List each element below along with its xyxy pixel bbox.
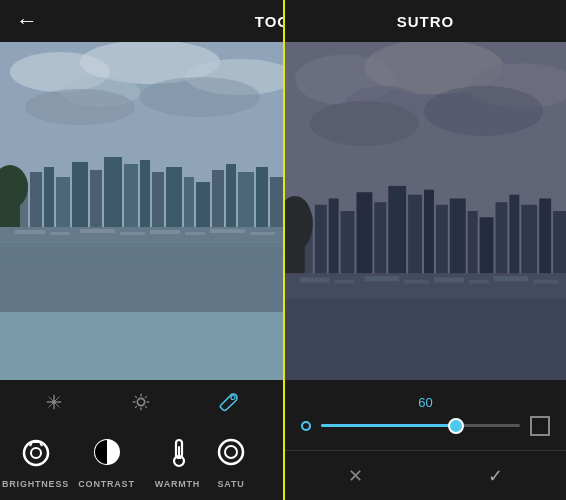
main-content: BRIGHTNESS CONTRAST bbox=[0, 42, 566, 500]
svg-rect-99 bbox=[434, 277, 464, 282]
back-button[interactable]: ← bbox=[16, 8, 76, 34]
svg-rect-16 bbox=[152, 172, 164, 227]
svg-point-47 bbox=[138, 398, 145, 405]
slider-min-endpoint bbox=[301, 421, 311, 431]
svg-rect-19 bbox=[196, 182, 210, 227]
svg-rect-29 bbox=[15, 230, 45, 234]
brightness-adjust-item[interactable]: BRIGHTNESS bbox=[0, 428, 71, 497]
svg-point-26 bbox=[0, 165, 28, 209]
contrast-icon bbox=[91, 436, 123, 475]
slider-thumb[interactable] bbox=[448, 418, 464, 434]
slider-track[interactable] bbox=[321, 424, 520, 427]
svg-rect-13 bbox=[104, 157, 122, 227]
svg-rect-32 bbox=[120, 232, 145, 235]
adjust-items-row: BRIGHTNESS CONTRAST bbox=[0, 424, 283, 500]
svg-rect-22 bbox=[238, 172, 254, 227]
top-bar: ← TOOLS NEXT SUTRO bbox=[0, 0, 566, 42]
svg-rect-15 bbox=[140, 160, 150, 227]
filtered-image bbox=[285, 42, 566, 380]
slider-row bbox=[301, 416, 550, 436]
svg-rect-62 bbox=[178, 446, 180, 458]
svg-rect-30 bbox=[50, 232, 70, 235]
svg-rect-20 bbox=[212, 170, 224, 227]
svg-rect-21 bbox=[226, 164, 236, 227]
svg-rect-95 bbox=[300, 277, 330, 282]
svg-line-55 bbox=[136, 406, 138, 408]
warmth-adjust-item[interactable]: WARMTH bbox=[142, 428, 213, 497]
svg-rect-36 bbox=[250, 232, 275, 235]
filter-panel-header: SUTRO bbox=[283, 0, 566, 42]
svg-point-6 bbox=[140, 77, 260, 117]
svg-rect-9 bbox=[44, 167, 54, 227]
svg-line-52 bbox=[136, 396, 138, 398]
svg-point-2 bbox=[80, 42, 220, 84]
svg-rect-7 bbox=[20, 182, 28, 227]
brightness-tool[interactable] bbox=[121, 382, 161, 422]
saturation-adjust-item[interactable]: SATU bbox=[213, 428, 249, 497]
confirm-row: ✕ ✓ bbox=[285, 450, 566, 500]
svg-rect-17 bbox=[166, 167, 182, 227]
saturation-label: SATU bbox=[217, 479, 244, 489]
svg-rect-31 bbox=[80, 229, 115, 233]
svg-rect-102 bbox=[533, 280, 558, 284]
svg-point-64 bbox=[225, 446, 237, 458]
svg-point-56 bbox=[231, 396, 235, 400]
svg-rect-33 bbox=[150, 230, 180, 234]
svg-rect-14 bbox=[124, 164, 138, 227]
svg-rect-23 bbox=[256, 167, 268, 227]
svg-rect-18 bbox=[184, 177, 194, 227]
thermometer-icon bbox=[162, 436, 194, 475]
svg-rect-0 bbox=[0, 42, 283, 312]
back-arrow-icon[interactable]: ← bbox=[16, 8, 38, 33]
slider-max-indicator bbox=[530, 416, 550, 436]
filter-title: SUTRO bbox=[397, 13, 455, 30]
svg-rect-11 bbox=[72, 162, 88, 227]
slider-area: 60 bbox=[285, 380, 566, 450]
svg-point-3 bbox=[185, 59, 283, 95]
cancel-button[interactable]: ✕ bbox=[330, 456, 380, 496]
camera-icon bbox=[20, 436, 52, 475]
brightness-label: BRIGHTNESS bbox=[2, 479, 69, 489]
svg-rect-10 bbox=[56, 177, 70, 227]
svg-rect-8 bbox=[30, 172, 42, 227]
adjust-tool[interactable] bbox=[209, 382, 249, 422]
svg-line-53 bbox=[146, 406, 148, 408]
svg-rect-25 bbox=[0, 192, 20, 227]
svg-rect-12 bbox=[90, 170, 102, 227]
svg-rect-28 bbox=[0, 227, 283, 247]
slider-value-row: 60 bbox=[301, 395, 550, 410]
magic-wand-tool[interactable] bbox=[34, 382, 74, 422]
svg-rect-35 bbox=[210, 229, 245, 233]
svg-rect-100 bbox=[469, 280, 489, 284]
svg-point-58 bbox=[31, 448, 41, 458]
svg-point-63 bbox=[219, 440, 243, 464]
svg-point-57 bbox=[24, 441, 48, 465]
svg-rect-24 bbox=[270, 177, 283, 227]
original-image-panel: BRIGHTNESS CONTRAST bbox=[0, 42, 283, 500]
contrast-adjust-item[interactable]: CONTRAST bbox=[71, 428, 142, 497]
filter-panel: 60 ✕ ✓ bbox=[283, 42, 566, 500]
svg-rect-94 bbox=[285, 42, 566, 380]
filter-controls: 60 ✕ ✓ bbox=[285, 380, 566, 500]
slider-value: 60 bbox=[418, 395, 432, 410]
svg-rect-27 bbox=[0, 227, 283, 312]
svg-rect-101 bbox=[494, 276, 529, 281]
contrast-label: CONTRAST bbox=[78, 479, 134, 489]
svg-point-5 bbox=[25, 89, 135, 125]
original-image bbox=[0, 42, 283, 380]
tool-icons-row bbox=[0, 380, 283, 424]
svg-point-4 bbox=[60, 77, 140, 107]
svg-line-54 bbox=[146, 396, 148, 398]
warmth-label: WARMTH bbox=[155, 479, 200, 489]
slider-fill bbox=[321, 424, 456, 427]
svg-rect-98 bbox=[404, 280, 429, 284]
svg-point-1 bbox=[10, 52, 110, 92]
bottom-toolbar: BRIGHTNESS CONTRAST bbox=[0, 380, 283, 500]
svg-rect-34 bbox=[185, 232, 205, 235]
svg-rect-96 bbox=[335, 280, 355, 284]
accept-button[interactable]: ✓ bbox=[471, 456, 521, 496]
svg-point-46 bbox=[52, 400, 56, 404]
svg-rect-97 bbox=[364, 276, 399, 281]
saturation-icon bbox=[215, 436, 247, 475]
